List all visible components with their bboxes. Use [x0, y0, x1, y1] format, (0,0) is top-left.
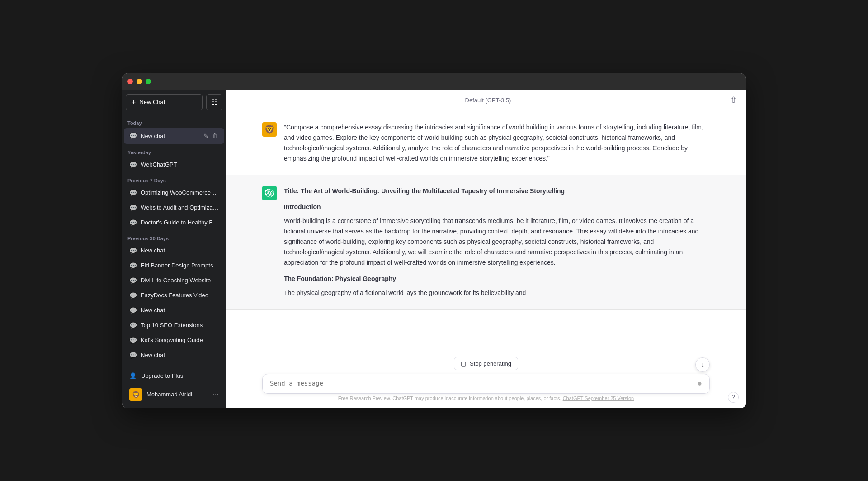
intro-text: World-building is a cornerstone of immer…	[284, 216, 710, 268]
sidebar-item-text: New chat	[141, 352, 219, 358]
sidebar-item-text: Doctor's Guide to Healthy Fo…	[141, 219, 219, 226]
upgrade-button[interactable]: 👤 Upgrade to Plus	[124, 369, 224, 383]
upgrade-icon: 👤	[129, 372, 137, 379]
chat-bubble-icon: 💬	[129, 337, 137, 344]
section-label-prev30: Previous 30 Days	[122, 230, 226, 243]
sidebar-item-text: New chat	[141, 133, 199, 139]
sidebar-item-text: EazyDocs Features Video	[141, 292, 219, 299]
send-icon: ●	[697, 379, 702, 388]
help-icon: ?	[731, 394, 735, 400]
sidebar-item-webchatgpt[interactable]: 💬 WebChatGPT	[124, 157, 224, 172]
chat-input-area: ▢ Stop generating ● Free Research Previe…	[226, 352, 746, 408]
user-avatar: 🦁	[262, 122, 277, 137]
titlebar	[122, 73, 746, 90]
help-button[interactable]: ?	[728, 392, 739, 403]
new-chat-label: New Chat	[139, 99, 165, 105]
stop-icon: ▢	[461, 360, 466, 367]
sidebar: + New Chat ☷ Today 💬 New chat ✎ 🗑	[122, 90, 226, 408]
app-window: + New Chat ☷ Today 💬 New chat ✎ 🗑	[122, 73, 746, 408]
sidebar-item-top10-seo[interactable]: 💬 Top 10 SEO Extensions	[124, 318, 224, 333]
sidebar-toggle-button[interactable]: ☷	[206, 94, 222, 110]
footer-note: Free Research Preview. ChatGPT may produ…	[262, 394, 710, 405]
sidebar-item-prev30-8[interactable]: 💬 New chat	[124, 348, 224, 362]
user-message-content: "Compose a comprehensive essay discussin…	[284, 122, 710, 164]
user-name: Mohammad Afridi	[146, 391, 208, 398]
maximize-button[interactable]	[146, 79, 151, 84]
chat-header: Default (GPT-3.5) ⇧	[226, 90, 746, 111]
chat-bubble-icon: 💬	[129, 277, 137, 284]
sidebar-item-divi[interactable]: 💬 Divi Life Coaching Website	[124, 273, 224, 288]
traffic-lights	[127, 79, 151, 84]
sidebar-item-text: Website Audit and Optimizatio…	[141, 204, 219, 211]
main-chat: Default (GPT-3.5) ⇧ 🦁 "Compose a compreh…	[226, 90, 746, 408]
sidebar-item-text: New chat	[141, 247, 219, 254]
chat-bubble-icon: 💬	[129, 132, 137, 139]
sidebar-item-text: New chat	[141, 307, 219, 314]
sidebar-item-woocommerce[interactable]: 💬 Optimizing WooCommerce SE…	[124, 186, 224, 200]
sidebar-item-website-audit[interactable]: 💬 Website Audit and Optimizatio…	[124, 200, 224, 215]
sidebar-item-text: Top 10 SEO Extensions	[141, 322, 219, 329]
geo-text: The physical geography of a fictional wo…	[284, 288, 710, 298]
chat-bubble-icon: 💬	[129, 247, 137, 254]
share-button[interactable]: ⇧	[728, 93, 739, 107]
chat-bubble-icon: 💬	[129, 204, 137, 211]
chat-bubble-icon: 💬	[129, 219, 137, 226]
sidebar-item-text: Divi Life Coaching Website	[141, 277, 219, 284]
sidebar-item-kids-songwriting[interactable]: 💬 Kid's Songwriting Guide	[124, 333, 224, 348]
avatar: 🦁	[129, 388, 142, 401]
sidebar-item-eazydocs[interactable]: 💬 EazyDocs Features Video	[124, 288, 224, 303]
chat-messages[interactable]: 🦁 "Compose a comprehensive essay discuss…	[226, 111, 746, 352]
plus-icon: +	[132, 98, 136, 106]
intro-heading: Introduction	[284, 202, 710, 212]
ai-avatar	[262, 186, 277, 200]
chat-bubble-icon: 💬	[129, 322, 137, 329]
sidebar-item-text: Kid's Songwriting Guide	[141, 337, 219, 343]
chat-bubble-icon: 💬	[129, 262, 137, 269]
app-body: + New Chat ☷ Today 💬 New chat ✎ 🗑	[122, 90, 746, 408]
sidebar-item-text: WebChatGPT	[141, 161, 219, 168]
upgrade-label: Upgrade to Plus	[141, 372, 183, 379]
sidebar-item-doctors-guide[interactable]: 💬 Doctor's Guide to Healthy Fo…	[124, 215, 224, 230]
scroll-down-button[interactable]: ↓	[695, 357, 710, 372]
section-label-prev7: Previous 7 Days	[122, 172, 226, 185]
assistant-message-content: Title: The Art of World-Building: Unveil…	[284, 186, 710, 298]
sidebar-footer: 👤 Upgrade to Plus 🦁 Mohammad Afridi ···	[122, 365, 226, 408]
delete-button[interactable]: 🗑	[211, 132, 219, 140]
user-message-text: "Compose a comprehensive essay discussin…	[284, 122, 710, 164]
message-row-user: 🦁 "Compose a comprehensive essay discuss…	[226, 111, 746, 175]
sidebar-toggle-icon: ☷	[211, 98, 217, 106]
section-label-today: Today	[122, 115, 226, 128]
sidebar-scroll[interactable]: Today 💬 New chat ✎ 🗑 Yesterday 💬 WebChat…	[122, 115, 226, 365]
item-actions: ✎ 🗑	[203, 132, 219, 140]
message-row-assistant: Title: The Art of World-Building: Unveil…	[226, 175, 746, 310]
chat-bubble-icon: 💬	[129, 161, 137, 168]
geo-heading: The Foundation: Physical Geography	[284, 274, 710, 284]
sidebar-item-today-1[interactable]: 💬 New chat ✎ 🗑	[124, 128, 224, 144]
more-icon[interactable]: ···	[213, 391, 219, 399]
close-button[interactable]	[127, 79, 133, 84]
stop-label: Stop generating	[470, 360, 511, 367]
sidebar-item-prev30-1[interactable]: 💬 New chat	[124, 243, 224, 258]
footer-text: Free Research Preview. ChatGPT may produ…	[338, 395, 561, 401]
message-input[interactable]	[270, 379, 697, 389]
chat-bubble-icon: 💬	[129, 352, 137, 359]
chat-bubble-icon: 💬	[129, 307, 137, 314]
sidebar-item-text: Eid Banner Design Prompts	[141, 262, 219, 269]
sidebar-item-text: Optimizing WooCommerce SE…	[141, 189, 219, 196]
stop-generating-button[interactable]: ▢ Stop generating	[454, 357, 518, 370]
send-button[interactable]: ●	[697, 379, 702, 388]
sidebar-item-eid-banner[interactable]: 💬 Eid Banner Design Prompts	[124, 258, 224, 273]
minimize-button[interactable]	[137, 79, 142, 84]
edit-button[interactable]: ✎	[203, 132, 209, 140]
new-chat-button[interactable]: + New Chat	[126, 94, 203, 110]
sidebar-item-prev30-9[interactable]: 💬 New chat	[124, 363, 224, 365]
sidebar-item-prev30-5[interactable]: 💬 New chat	[124, 303, 224, 318]
model-label: Default (GPT-3.5)	[465, 97, 511, 104]
essay-title: Title: The Art of World-Building: Unveil…	[284, 186, 710, 196]
footer-link[interactable]: ChatGPT September 25 Version	[563, 395, 634, 401]
chat-bubble-icon: 💬	[129, 292, 137, 299]
chat-bubble-icon: 💬	[129, 189, 137, 196]
user-row[interactable]: 🦁 Mohammad Afridi ···	[124, 385, 224, 405]
stop-generating-bar: ▢ Stop generating	[262, 357, 710, 370]
input-wrapper: ●	[262, 374, 710, 394]
